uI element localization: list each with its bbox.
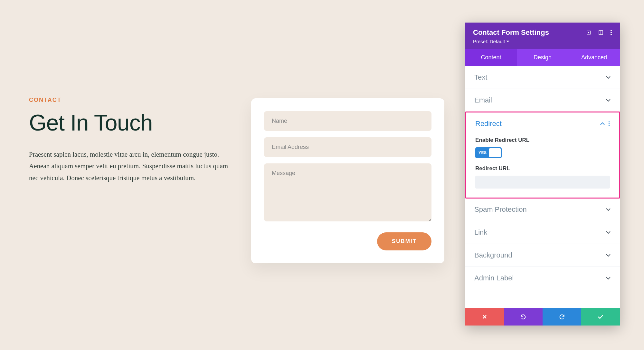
section-label: Spam Protection xyxy=(474,205,527,214)
page-title: Get In Touch xyxy=(29,111,235,135)
page-content: CONTACT Get In Touch Praesent sapien lac… xyxy=(29,97,235,184)
enable-redirect-label: Enable Redirect URL xyxy=(475,137,610,143)
section-label: Redirect xyxy=(475,120,502,128)
chevron-down-icon xyxy=(606,231,611,234)
submit-row: SUBMIT xyxy=(264,232,431,250)
enable-redirect-toggle[interactable]: YES xyxy=(475,147,502,158)
more-icon[interactable] xyxy=(608,121,610,126)
section-admin-label[interactable]: Admin Label xyxy=(465,267,620,289)
redo-button[interactable] xyxy=(543,308,581,326)
save-button[interactable] xyxy=(581,308,620,326)
tab-design[interactable]: Design xyxy=(517,49,568,66)
section-background[interactable]: Background xyxy=(465,244,620,267)
contact-form-card: SUBMIT xyxy=(251,98,444,263)
tab-content[interactable]: Content xyxy=(465,49,517,66)
section-redirect-highlighted: Redirect Enable Redirect URL YES Redirec… xyxy=(465,112,620,199)
redirect-url-field[interactable] xyxy=(475,176,610,189)
email-field[interactable] xyxy=(264,137,431,157)
svg-point-7 xyxy=(609,121,610,122)
close-icon xyxy=(482,314,487,319)
preset-label: Preset: Default xyxy=(473,39,505,44)
redirect-body: Enable Redirect URL YES Redirect URL xyxy=(466,137,619,198)
tab-advanced[interactable]: Advanced xyxy=(568,49,620,66)
eyebrow-label: CONTACT xyxy=(29,97,235,103)
check-icon xyxy=(597,314,604,319)
expand-icon[interactable] xyxy=(586,30,592,35)
section-link[interactable]: Link xyxy=(465,221,620,244)
submit-button[interactable]: SUBMIT xyxy=(377,232,431,250)
section-email[interactable]: Email xyxy=(465,89,620,112)
redirect-url-label: Redirect URL xyxy=(475,165,610,172)
panel-body[interactable]: Text Email Redirect xyxy=(465,66,620,308)
toggle-knob xyxy=(489,148,501,157)
panel-footer xyxy=(465,308,620,326)
chevron-down-icon xyxy=(606,277,611,280)
cancel-button[interactable] xyxy=(465,308,504,326)
toggle-value: YES xyxy=(478,151,487,155)
layout-icon[interactable] xyxy=(598,30,604,35)
chevron-up-icon xyxy=(600,122,605,125)
svg-point-4 xyxy=(611,30,612,31)
undo-button[interactable] xyxy=(504,308,543,326)
settings-panel: Contact Form Settings Preset: Default Co… xyxy=(465,23,620,326)
section-label: Email xyxy=(474,96,492,104)
preset-dropdown[interactable]: Preset: Default xyxy=(473,39,509,44)
svg-point-9 xyxy=(609,125,610,126)
redo-icon xyxy=(559,314,565,320)
name-field[interactable] xyxy=(264,111,431,131)
section-label: Text xyxy=(474,73,487,82)
message-field[interactable] xyxy=(264,163,431,221)
chevron-down-icon xyxy=(606,99,611,102)
panel-title: Contact Form Settings xyxy=(473,28,549,37)
chevron-down-icon xyxy=(506,40,509,43)
svg-point-5 xyxy=(611,32,612,33)
svg-point-8 xyxy=(609,123,610,124)
section-label: Link xyxy=(474,228,487,237)
svg-point-6 xyxy=(611,34,612,35)
undo-icon xyxy=(520,314,526,320)
section-redirect[interactable]: Redirect xyxy=(466,112,619,135)
section-spam-protection[interactable]: Spam Protection xyxy=(465,198,620,221)
page-body-text: Praesent sapien lacus, molestie vitae ar… xyxy=(29,149,235,184)
section-label: Background xyxy=(474,251,512,259)
chevron-down-icon xyxy=(606,76,611,79)
chevron-down-icon xyxy=(606,254,611,257)
panel-tabs: Content Design Advanced xyxy=(465,49,620,66)
section-text[interactable]: Text xyxy=(465,66,620,89)
more-icon[interactable] xyxy=(610,30,612,35)
chevron-down-icon xyxy=(606,208,611,211)
section-label: Admin Label xyxy=(474,274,514,282)
svg-point-1 xyxy=(588,32,589,33)
panel-header: Contact Form Settings Preset: Default xyxy=(465,23,620,49)
